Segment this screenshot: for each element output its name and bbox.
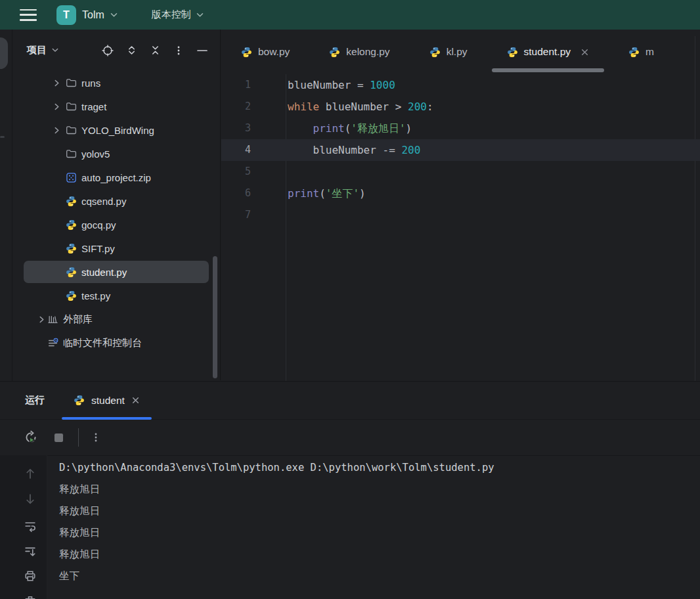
- code-line: 6 print('坐下'): [221, 183, 700, 204]
- project-panel: 项目 runs traget: [12, 30, 221, 380]
- tree-item-label: runs: [81, 78, 100, 89]
- tab-student-py[interactable]: student.py: [487, 30, 609, 74]
- chevron-right-icon[interactable]: [38, 316, 45, 323]
- vcs-widget[interactable]: 版本控制: [152, 9, 204, 21]
- chevron-right-icon[interactable]: [53, 79, 60, 87]
- tree-item-label: test.py: [81, 290, 110, 301]
- tree-scrollbar[interactable]: [213, 256, 217, 378]
- project-name: Tolm: [82, 9, 104, 21]
- folder-icon: [66, 125, 77, 136]
- code-editor[interactable]: 1 blueNumber = 1000 2 while blueNumber >…: [221, 74, 700, 381]
- soft-wrap-icon[interactable]: [24, 520, 37, 533]
- run-more-options-button[interactable]: [91, 432, 101, 443]
- tree-item-label: gocq.py: [81, 219, 116, 231]
- python-file-icon: [66, 196, 77, 207]
- close-icon[interactable]: [580, 48, 589, 56]
- python-file-icon: [241, 47, 252, 58]
- run-console[interactable]: D:\python\Anaconda3\envs\Tolm\python.exe…: [0, 455, 700, 599]
- python-file-icon: [628, 47, 640, 58]
- python-file-icon: [66, 290, 77, 301]
- line-number: 7: [221, 204, 286, 226]
- tree-item-label: SIFT.py: [81, 243, 115, 254]
- code-line: 5: [221, 161, 700, 183]
- chevron-down-icon: [110, 12, 118, 18]
- tree-item-student-py[interactable]: student.py: [12, 260, 220, 284]
- scroll-to-end-icon[interactable]: [24, 545, 37, 558]
- chevron-down-icon[interactable]: [52, 48, 58, 53]
- line-number: 1: [221, 74, 286, 96]
- expand-all-icon[interactable]: [126, 45, 137, 56]
- tree-item-auto-project-zip[interactable]: auto_project.zip: [12, 166, 220, 189]
- python-file-icon: [66, 267, 77, 278]
- tree-item-scratches-consoles[interactable]: 临时文件和控制台: [12, 331, 220, 355]
- hamburger-menu-icon[interactable]: [20, 9, 37, 21]
- tree-item-label: traget: [81, 101, 106, 112]
- tree-item-gocq-py[interactable]: gocq.py: [12, 213, 220, 236]
- python-file-icon: [329, 47, 340, 58]
- tree-item-runs[interactable]: runs: [12, 71, 220, 95]
- tab-label: kelong.py: [346, 46, 389, 58]
- chevron-down-icon: [196, 12, 204, 18]
- code-line: 3 print('释放旭日'): [221, 118, 700, 139]
- tree-item-label: cqsend.py: [81, 196, 126, 207]
- project-tool-window-button[interactable]: [0, 37, 8, 69]
- close-icon[interactable]: [131, 396, 140, 405]
- tree-item-label: student.py: [81, 267, 127, 278]
- tree-item-yolo-birdwing[interactable]: YOLO_BirdWing: [12, 118, 220, 142]
- tab-label: m: [645, 46, 654, 58]
- tab-m-partial[interactable]: m: [609, 30, 654, 74]
- tree-item-sift-py[interactable]: SIFT.py: [12, 236, 220, 260]
- tree-item-yolov5[interactable]: yolov5: [12, 142, 220, 166]
- console-command-line: D:\python\Anaconda3\envs\Tolm\python.exe…: [59, 457, 700, 479]
- locate-file-icon[interactable]: [102, 45, 114, 56]
- editor-tab-bar: bow.py kelong.py kl.py student.py m: [221, 30, 700, 75]
- folder-icon: [66, 78, 77, 89]
- python-file-icon: [66, 243, 77, 254]
- python-file-icon: [74, 395, 85, 406]
- run-panel-title: 运行: [25, 394, 45, 407]
- line-number: 5: [221, 161, 286, 183]
- console-line: 释放旭日: [59, 522, 700, 544]
- code-line: 2 while blueNumber > 200:: [221, 96, 700, 118]
- hide-panel-icon[interactable]: [196, 45, 208, 56]
- run-tab-student[interactable]: student: [62, 382, 152, 419]
- stripe-divider: [0, 136, 5, 138]
- collapse-all-icon[interactable]: [150, 45, 161, 56]
- stop-button[interactable]: [53, 432, 65, 444]
- console-gutter: [0, 455, 47, 599]
- toolbar-separator: [78, 428, 79, 447]
- tree-item-traget[interactable]: traget: [12, 95, 220, 118]
- rerun-button[interactable]: [24, 430, 38, 445]
- console-line: 释放旭日: [59, 479, 700, 500]
- clear-all-icon[interactable]: [24, 594, 37, 599]
- tab-kl-py[interactable]: kl.py: [410, 30, 487, 74]
- tree-item-label: yolov5: [81, 148, 110, 160]
- console-output[interactable]: D:\python\Anaconda3\envs\Tolm\python.exe…: [47, 455, 700, 599]
- project-initial: T: [63, 9, 70, 21]
- tree-item-label: YOLO_BirdWing: [81, 125, 154, 136]
- main-toolbar: T Tolm 版本控制: [0, 0, 700, 30]
- tab-bow-py[interactable]: bow.py: [221, 30, 309, 74]
- run-panel-header: 运行 student: [0, 382, 700, 420]
- print-icon[interactable]: [24, 569, 37, 583]
- tree-item-cqsend-py[interactable]: cqsend.py: [12, 189, 220, 213]
- chevron-right-icon[interactable]: [53, 127, 60, 134]
- tree-item-test-py[interactable]: test.py: [12, 284, 220, 307]
- folder-icon: [66, 101, 77, 112]
- project-panel-header: 项目: [12, 30, 220, 71]
- tree-item-external-libraries[interactable]: 外部库: [12, 307, 220, 331]
- line-number: 6: [221, 183, 286, 204]
- tab-label: student.py: [524, 46, 571, 58]
- project-widget[interactable]: T Tolm: [56, 5, 118, 25]
- tab-kelong-py[interactable]: kelong.py: [309, 30, 409, 74]
- down-stack-icon[interactable]: [24, 493, 37, 506]
- chevron-right-icon[interactable]: [53, 103, 60, 110]
- line-number: 3: [221, 118, 286, 139]
- scratches-icon: [47, 338, 58, 349]
- up-stack-icon[interactable]: [24, 467, 37, 480]
- more-options-icon: [91, 432, 101, 443]
- more-options-icon[interactable]: [173, 45, 184, 56]
- console-line: 释放旭日: [59, 544, 700, 566]
- stop-icon: [53, 432, 65, 444]
- project-panel-title[interactable]: 项目: [27, 44, 47, 56]
